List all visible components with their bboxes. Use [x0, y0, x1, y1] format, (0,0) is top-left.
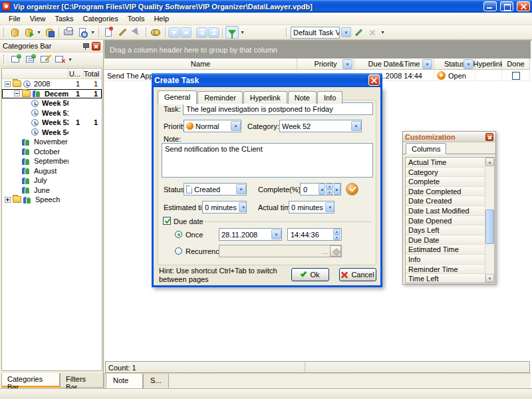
status-dropdown-icon[interactable] — [236, 184, 246, 194]
backup-database-button[interactable] — [43, 26, 56, 39]
cancel-button[interactable]: Cancel — [339, 268, 376, 281]
once-time-spinner[interactable]: 14:44:36 — [287, 228, 342, 241]
edit-task-button[interactable] — [116, 26, 129, 39]
complete-down-icon[interactable] — [326, 190, 333, 196]
move-top-button[interactable] — [208, 27, 219, 38]
delete-view-button[interactable] — [366, 26, 379, 39]
dialog-close-icon[interactable] — [368, 74, 380, 86]
tree-item-week-50[interactable]: Week 50 — [2, 98, 102, 108]
tree-item-june[interactable]: June — [2, 186, 102, 196]
column-header-name[interactable]: Name — [104, 59, 297, 70]
tab-note[interactable]: Note — [106, 374, 143, 389]
tree-item-september[interactable]: September — [2, 156, 102, 166]
complete-apply-button[interactable] — [346, 183, 358, 196]
customization-close-icon[interactable] — [485, 133, 493, 141]
close-button[interactable] — [517, 1, 530, 11]
once-radio[interactable] — [175, 231, 182, 238]
column-option-time-left[interactable]: Time Left — [406, 274, 485, 283]
restore-button[interactable] — [500, 1, 513, 11]
column-option-date-created[interactable]: Date Created — [406, 196, 485, 206]
open-database-button[interactable] — [22, 26, 35, 39]
expand-plus-icon[interactable] — [5, 197, 11, 203]
toolbar-overflow-dropdown[interactable] — [380, 26, 386, 39]
column-header-status[interactable]: Status — [434, 59, 475, 70]
tree-item-week-51[interactable]: Week 51 — [2, 108, 102, 118]
scroll-up-icon[interactable] — [485, 158, 494, 166]
actual-time-combo[interactable]: 0 minutes — [289, 201, 334, 213]
priority-dropdown-icon[interactable] — [231, 121, 241, 131]
column-option-info[interactable]: Info — [406, 255, 485, 265]
menu-help[interactable]: Help — [149, 13, 174, 24]
tab-filters-bar[interactable]: Filters Bar — [60, 373, 104, 388]
find-button[interactable] — [149, 26, 162, 39]
customization-scrollbar[interactable] — [485, 158, 494, 283]
column-option-date-completed[interactable]: Date Completed — [406, 187, 485, 197]
column-option-complete[interactable]: Complete — [406, 177, 485, 187]
task-view-dropdown[interactable] — [341, 27, 351, 37]
move-down-button[interactable] — [168, 27, 180, 38]
minimize-button[interactable] — [483, 1, 497, 11]
complete-task-button[interactable] — [130, 26, 143, 39]
tree-item-week-54[interactable]: Week 54 — [2, 128, 102, 138]
menu-view[interactable]: View — [25, 13, 51, 24]
scroll-down-icon[interactable] — [485, 274, 494, 283]
complete-up-icon[interactable] — [326, 184, 333, 190]
menu-file[interactable]: File — [4, 13, 25, 24]
tree-item-july[interactable]: July — [2, 176, 102, 186]
recurrence-radio[interactable] — [175, 247, 182, 255]
filter-dropdown-icon[interactable] — [464, 59, 473, 69]
sidebar-close-icon[interactable] — [92, 42, 100, 51]
column-option-actual-time[interactable]: Actual Time — [406, 158, 485, 168]
filter-dropdown-icon[interactable] — [422, 59, 432, 69]
delete-category-button[interactable] — [53, 53, 66, 65]
column-header-done[interactable]: Done — [502, 59, 530, 70]
category-dropdown-icon[interactable] — [351, 121, 361, 131]
move-up-button[interactable] — [180, 27, 192, 38]
expand-minus-icon[interactable] — [14, 90, 20, 96]
tab-columns[interactable]: Columns — [406, 143, 446, 154]
once-date-combo[interactable]: 28.11.2008 — [219, 228, 282, 241]
customize-view-button[interactable] — [352, 26, 365, 39]
menu-tasks[interactable]: Tasks — [50, 13, 78, 24]
dialog-tab-hyperlink[interactable]: Hyperlink — [243, 91, 287, 104]
dialog-tab-reminder[interactable]: Reminder — [198, 91, 243, 104]
complete-decrement-icon[interactable] — [319, 184, 325, 195]
tree-item-2008[interactable]: 200811 — [2, 79, 102, 89]
column-option-estimated-time[interactable]: Estimated Time — [406, 245, 485, 255]
actual-dropdown-icon[interactable] — [325, 202, 334, 212]
tab-s-[interactable]: S... — [143, 374, 169, 389]
category-combo[interactable]: Week 52 — [279, 120, 362, 132]
column-option-date-opened[interactable]: Date Opened — [406, 216, 485, 226]
edit-category-button[interactable] — [38, 53, 51, 65]
menu-tools[interactable]: Tools — [123, 13, 150, 24]
dialog-tab-note[interactable]: Note — [288, 91, 317, 104]
column-option-category[interactable]: Category — [406, 168, 485, 178]
print-button[interactable] — [62, 26, 75, 39]
menu-categories[interactable]: Categories — [78, 13, 123, 24]
task-view-combo[interactable]: Default Task V — [291, 27, 340, 39]
move-bottom-button[interactable] — [196, 27, 207, 38]
tree-item-decembe[interactable]: Decembe11 — [2, 89, 102, 99]
tab-categories-bar[interactable]: Categories Bar — [1, 373, 60, 388]
print-preview-button[interactable] — [76, 26, 89, 39]
tree-item-speech[interactable]: Speech — [2, 195, 102, 205]
pin-icon[interactable] — [82, 43, 88, 50]
estimated-time-combo[interactable]: 0 minutes — [202, 201, 247, 213]
tree-col-total[interactable]: Total — [83, 68, 102, 78]
new-task-button[interactable] — [102, 26, 115, 39]
note-textarea[interactable]: Send notification to the CLient — [162, 143, 373, 178]
dialog-tab-general[interactable]: General — [158, 90, 197, 104]
filter-button[interactable] — [225, 26, 239, 39]
scroll-thumb[interactable] — [485, 209, 494, 244]
column-header-priority[interactable]: Priority — [297, 59, 354, 70]
tree-item-august[interactable]: August — [2, 166, 102, 176]
status-combo[interactable]: Created — [184, 183, 247, 196]
column-option-days-left[interactable]: Days Left — [406, 225, 485, 235]
ok-button[interactable]: Ok — [291, 268, 329, 281]
tree-item-november[interactable]: November — [2, 137, 102, 147]
column-option-reminder-time[interactable]: Reminder Time — [406, 265, 485, 275]
task-input[interactable]: The legal investigation is postponed to … — [183, 102, 373, 115]
group-by-band[interactable]: Drag a column header here to group by th… — [104, 41, 531, 59]
done-checkbox[interactable] — [512, 72, 520, 80]
time-up-icon[interactable] — [333, 229, 340, 235]
